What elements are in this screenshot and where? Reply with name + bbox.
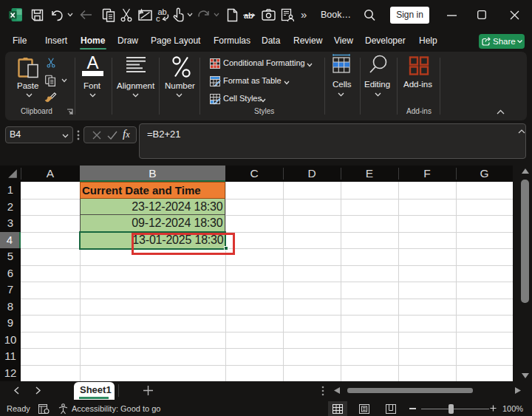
svg-text:c: c: [156, 14, 160, 22]
